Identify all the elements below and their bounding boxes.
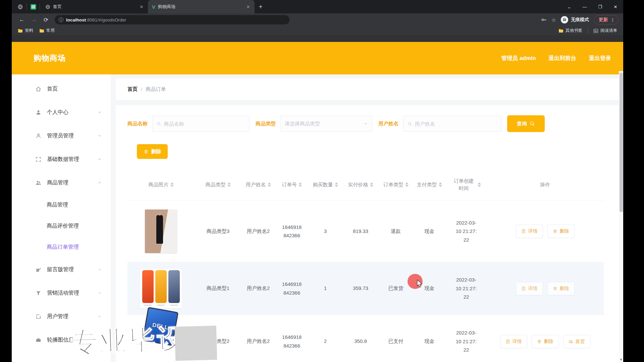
scrollbar-down-arrow-icon[interactable]: ▼ [619, 358, 623, 361]
site-info-icon[interactable]: i [59, 17, 63, 22]
breadcrumb-home[interactable]: 首页 [127, 86, 138, 93]
detail-button[interactable]: 详情 [500, 335, 527, 348]
sidebar-item-admin-management[interactable]: 管理员管理 [12, 124, 111, 147]
window-menu-chevron-icon[interactable]: ⌄ [561, 4, 577, 9]
window-minimize-icon[interactable]: — [577, 4, 592, 9]
sidebar-label: 基础数据管理 [47, 156, 92, 163]
col-header-user-name[interactable]: 用户姓名 [241, 179, 275, 191]
sort-icon[interactable] [478, 182, 481, 187]
col-header-photo[interactable]: 商品照片 [127, 179, 195, 191]
delete-button[interactable]: 删除 [532, 335, 559, 348]
bookmarks-separator [588, 28, 588, 33]
folder-icon [39, 28, 44, 33]
trash-icon [553, 286, 557, 291]
bookmark-folder-ziliao[interactable]: 资料 [16, 28, 35, 34]
user-name-input[interactable] [415, 121, 497, 127]
chevron-down-icon [97, 267, 102, 272]
breadcrumb-separator: / [141, 86, 142, 92]
reload-icon[interactable]: ⟳ [41, 16, 51, 23]
col-header-order-type[interactable]: 订单类型 [379, 179, 413, 191]
sort-icon[interactable] [227, 182, 231, 187]
quantity-cell: 1 [309, 283, 342, 294]
bulk-delete-button[interactable]: 删除 [137, 144, 168, 159]
sidebar-item-marketing[interactable]: 营销活动管理 [12, 281, 111, 305]
product-photo-cell[interactable] [127, 207, 195, 255]
user-name-label: 用户姓名 [378, 121, 398, 127]
pinned-tab-globe[interactable] [15, 0, 25, 13]
product-photo [145, 209, 177, 253]
sort-icon[interactable] [268, 182, 271, 187]
sheet-icon [31, 4, 36, 10]
logout-link[interactable]: 退出登录 [589, 55, 611, 62]
col-header-created-time[interactable]: 订单创建时间 [446, 175, 486, 194]
quantity-cell: 3 [309, 226, 342, 237]
url-path: :8081/#/goodsOrder [86, 17, 126, 22]
reading-list[interactable]: 阅读清单 [591, 28, 619, 34]
chevron-down-icon [97, 291, 102, 295]
update-button[interactable]: 更新 ⋮ [594, 15, 619, 24]
admin-user-label: 管理员 admin [501, 55, 536, 62]
back-icon[interactable]: ← [16, 16, 27, 23]
delete-button[interactable]: 删除 [547, 282, 575, 295]
sidebar-item-personal-center[interactable]: 个人中心 [12, 101, 111, 124]
bookmark-label: 常用 [46, 28, 55, 34]
key-icon[interactable] [541, 17, 547, 23]
goods-type-select[interactable]: 请选择商品类型 [280, 116, 372, 132]
chevron-down-icon [97, 314, 102, 319]
col-header-goods-type[interactable]: 商品类型 [195, 179, 241, 191]
scrollbar-thumb[interactable] [620, 73, 623, 212]
sidebar-subitem-goods-order[interactable]: 商品订单管理 [12, 237, 111, 258]
search-icon [530, 121, 535, 126]
forward-icon[interactable]: → [29, 16, 39, 23]
admin-icon [35, 133, 42, 139]
product-photo-cell[interactable] [127, 267, 195, 310]
col-header-order-no[interactable]: 订单号 [275, 179, 309, 191]
new-tab-button[interactable]: + [259, 3, 263, 11]
browser-menu-icon[interactable]: ⋮ [610, 17, 615, 22]
user-name-field[interactable] [403, 116, 501, 132]
address-bar[interactable]: i localhost:8081/#/goodsOrder [55, 15, 289, 24]
tab-close-icon[interactable]: ✕ [245, 4, 251, 9]
sidebar-item-base-data[interactable]: 基础数据管理 [12, 147, 111, 171]
sort-icon[interactable] [370, 182, 373, 187]
tab-close-icon[interactable]: ✕ [139, 4, 145, 9]
sort-icon[interactable] [335, 182, 338, 187]
sort-icon[interactable] [170, 182, 174, 187]
sidebar-item-goods-management[interactable]: 商品管理 [12, 171, 111, 194]
tab-shopping-mall-active[interactable]: V 购物商场 ✕ [148, 0, 255, 13]
pinned-tab-sheet[interactable] [28, 0, 38, 13]
exit-to-front-link[interactable]: 退出到前台 [549, 55, 577, 62]
detail-button[interactable]: 详情 [516, 282, 543, 295]
search-button[interactable]: 查询 [507, 115, 545, 132]
detail-button[interactable]: 详情 [516, 225, 543, 238]
col-header-quantity[interactable]: 购买数量 [309, 179, 342, 191]
incognito-icon [561, 16, 568, 23]
sort-icon[interactable] [299, 182, 302, 187]
sidebar-subitem-goods-review[interactable]: 商品评价管理 [12, 216, 111, 237]
col-header-pay-type[interactable]: 支付类型 [413, 179, 446, 191]
sort-icon[interactable] [439, 182, 442, 187]
window-restore-icon[interactable]: ❐ [592, 4, 608, 9]
ship-button[interactable]: 发货 [563, 335, 590, 348]
sort-icon[interactable] [405, 182, 409, 187]
bookmark-folder-changyong[interactable]: 常用 [37, 28, 57, 34]
trash-icon [537, 339, 542, 344]
page-scrollbar[interactable]: ▼ [619, 71, 623, 362]
sidebar-item-message-board[interactable]: 留言版管理 [12, 258, 111, 281]
order-type-cell: 已发货 [379, 283, 413, 294]
chevron-down-icon [97, 133, 102, 138]
home-icon [35, 86, 42, 92]
col-header-price[interactable]: 实付价格 [342, 179, 379, 191]
bookmark-star-icon[interactable]: ☆ [551, 17, 556, 23]
sidebar-item-home[interactable]: 首页 [12, 77, 111, 101]
tab-home[interactable]: 首页 ✕ [41, 0, 148, 13]
delete-button[interactable]: 删除 [547, 225, 575, 238]
other-bookmarks[interactable]: 其他书签 [556, 28, 584, 34]
brackets-icon [35, 156, 42, 163]
created-time-cell: 2022-03-10 21:27:22 [446, 217, 486, 246]
url-host: localhost [66, 17, 86, 22]
sidebar-subitem-goods-management[interactable]: 商品管理 [12, 194, 111, 216]
goods-name-field[interactable] [152, 116, 250, 132]
goods-name-input[interactable] [164, 121, 245, 127]
window-close-icon[interactable]: ✕ [608, 4, 623, 9]
